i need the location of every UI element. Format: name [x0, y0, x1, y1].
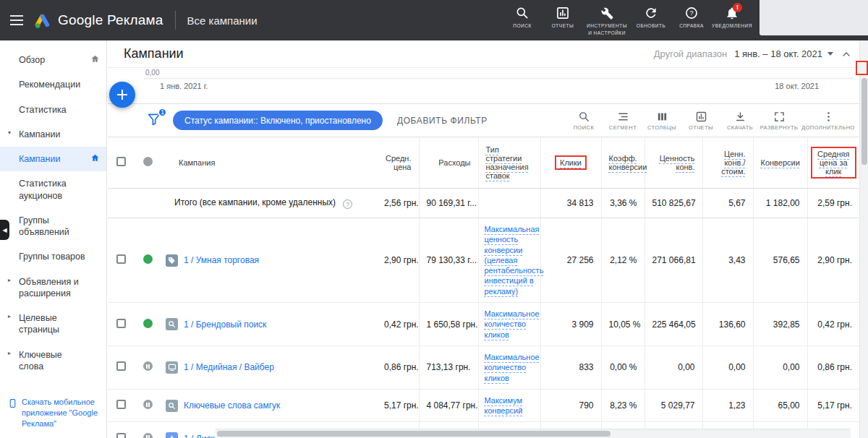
row-checkbox[interactable]: [116, 433, 126, 438]
select-all-checkbox[interactable]: [116, 157, 126, 166]
download-mobile-app-link[interactable]: Скачать мобильное приложение "Google Рек…: [0, 397, 106, 429]
google-ads-logo[interactable]: Google Реклама: [33, 12, 163, 29]
more-options-button[interactable]: ДОПОЛНИТЕЛЬНО: [799, 108, 858, 134]
sidebar-nav: Обзор Рекомендации Статистика ▾ Кампании…: [0, 40, 107, 438]
conv-value-cell: 0,00: [644, 345, 702, 389]
sidebar-item-campaigns[interactable]: Кампании: [0, 147, 106, 171]
topbar-help-button[interactable]: ? СПРАВКА: [671, 1, 712, 33]
account-area[interactable]: [760, 0, 868, 35]
expand-button[interactable]: РАЗВЕРНУТЬ: [760, 108, 799, 134]
sidebar-item-product-groups[interactable]: Группы товаров: [0, 244, 106, 269]
sidebar-collapse-handle[interactable]: ◀: [0, 220, 9, 240]
add-filter-button[interactable]: ДОБАВИТЬ ФИЛЬТР: [397, 116, 488, 126]
campaign-name-link[interactable]: 1 / Медийная / Вайбер: [184, 362, 274, 372]
plus-icon: [117, 90, 127, 100]
campaign-status-icon[interactable]: [143, 361, 153, 371]
table-row: Ключевые слова самгук 5,17 грн. 4 084,77…: [108, 389, 859, 422]
cost-cell: 79 130,33 г...: [419, 218, 478, 303]
status-column-icon[interactable]: [143, 157, 153, 166]
avg-price-cell: 0,86 грн.: [377, 345, 419, 389]
topbar-notifications-button[interactable]: УВЕДОМЛЕНИЯ !: [712, 1, 752, 33]
expand-icon: [773, 111, 786, 123]
avg-price-cell: 5,17 грн.: [377, 389, 419, 422]
row-checkbox[interactable]: [116, 319, 126, 328]
topbar-tools-button[interactable]: ИНСТРУМЕНТЫ И НАСТРОЙКИ: [583, 1, 631, 40]
home-icon: [90, 153, 100, 163]
sidebar-item-auction-insights[interactable]: Статистика аукционов: [0, 171, 106, 208]
column-header-conversions[interactable]: Конверсии: [761, 158, 800, 167]
totals-value-per-cost: 5,67: [702, 188, 753, 218]
totals-row: Итого (все кампании, кроме удаленных) ? …: [108, 188, 859, 218]
download-button[interactable]: СКАЧАТЬ: [720, 108, 760, 134]
campaign-type-icon: [166, 361, 178, 374]
column-header-clicks[interactable]: Клики: [560, 158, 582, 167]
column-header-bid-strategy[interactable]: Тип стратегии назначения ставок: [486, 145, 529, 180]
campaign-name-link[interactable]: 1 / Умная торговая: [184, 255, 259, 265]
avg-price-cell: 0,42 грн.: [377, 303, 419, 346]
row-checkbox[interactable]: [116, 254, 126, 264]
columns-button[interactable]: СТОЛБЦЫ: [642, 108, 681, 134]
campaign-status-icon[interactable]: [143, 400, 153, 409]
menu-icon[interactable]: [0, 0, 33, 40]
avg-price-cell: 2,90 грн.: [377, 218, 419, 303]
sidebar-item-recommendations[interactable]: Рекомендации: [0, 72, 106, 97]
reports-button[interactable]: ОТЧЕТЫ: [681, 108, 720, 134]
totals-conv-value: 510 825,67: [644, 188, 702, 218]
chart-axis-line: [144, 78, 854, 79]
clicks-cell: 3 909: [540, 303, 601, 346]
sidebar-item-insights[interactable]: Статистика: [0, 98, 106, 122]
segment-icon: [617, 111, 629, 123]
bid-strategy-cell[interactable]: Максимальное количество кликов: [478, 345, 540, 389]
totals-avg-cpc: 2,59 грн.: [807, 188, 859, 218]
topbar-actions: ПОИСК ОТЧЕТЫ ИНСТРУМЕНТЫ И НАСТРОЙКИ ОБН…: [502, 1, 752, 40]
horizontal-scrollbar-thumb[interactable]: [217, 431, 610, 437]
filter-funnel[interactable]: 1: [147, 112, 164, 129]
bid-strategy-cell[interactable]: Максимум конверсий: [478, 389, 540, 422]
bid-strategy-cell[interactable]: Максимальная ценность конверсии (целевая…: [478, 218, 540, 303]
topbar-refresh-button[interactable]: ОБНОВИТЬ: [631, 1, 671, 33]
sidebar-section-keywords[interactable]: ▸ Ключевые слова: [0, 343, 106, 379]
sidebar-section-landing-pages[interactable]: ▸ Целевые страницы: [0, 306, 106, 343]
date-range-picker[interactable]: 1 янв. – 18 окт. 2021: [734, 48, 833, 59]
column-header-campaign[interactable]: Кампания: [179, 158, 215, 167]
new-campaign-button[interactable]: [109, 82, 135, 108]
collapse-chart-icon[interactable]: [841, 48, 852, 60]
clicks-cell: 790: [540, 389, 601, 422]
campaign-name-link[interactable]: 1 / Брендовый поиск: [184, 319, 266, 330]
column-header-value-per-cost[interactable]: Ценн. конв./стоим.: [721, 150, 745, 176]
column-header-conv-value[interactable]: Ценность конв.: [660, 154, 695, 171]
topbar-search-button[interactable]: ПОИСК: [502, 1, 542, 33]
campaign-status-filter-chip[interactable]: Статус кампании:: Включено, приостановле…: [173, 111, 383, 130]
campaign-status-icon[interactable]: [143, 254, 153, 264]
row-checkbox[interactable]: [116, 361, 126, 371]
campaign-status-icon[interactable]: [143, 433, 153, 438]
sidebar-item-overview[interactable]: Обзор: [0, 48, 106, 72]
avg-cpc-cell: 0,42 грн.: [807, 303, 859, 346]
help-icon[interactable]: ?: [343, 199, 352, 209]
performance-chart[interactable]: 0,00 1 янв. 2021 г. 18 окт. 2021: [108, 68, 859, 104]
sidebar-item-ad-groups[interactable]: Группы объявлений: [0, 208, 106, 245]
row-checkbox[interactable]: [116, 400, 126, 409]
bid-strategy-cell[interactable]: Максимальное количество кликов: [478, 303, 540, 346]
conversions-cell: 0,00: [753, 345, 807, 389]
help-icon: ?: [684, 6, 699, 20]
table-search-button[interactable]: ПОИСК: [564, 108, 603, 134]
campaign-status-icon[interactable]: [143, 319, 153, 328]
search-icon: [578, 111, 590, 123]
chart-start-date: 1 янв. 2021 г.: [160, 82, 208, 90]
avg-cpc-cell: 5,17 грн.: [807, 389, 859, 422]
column-header-cost[interactable]: Расходы: [438, 158, 470, 167]
vertical-scrollbar[interactable]: [859, 40, 868, 438]
vertical-scrollbar-thumb[interactable]: [861, 78, 867, 165]
conv-rate-cell: 0,00 %: [601, 345, 644, 389]
column-header-avg-cpc[interactable]: Средняя цена за клик: [817, 150, 849, 176]
column-header-conv-rate[interactable]: Коэфф. конверсии: [609, 154, 647, 171]
campaigns-table: Кампания Средн. цена Расходы Тип стратег…: [108, 137, 859, 438]
campaign-name-link[interactable]: Ключевые слова самгук: [184, 400, 280, 411]
horizontal-scrollbar[interactable]: [216, 429, 851, 438]
segment-button[interactable]: СЕГМЕНТ: [603, 108, 642, 134]
topbar-reports-button[interactable]: ОТЧЕТЫ: [542, 1, 583, 33]
sidebar-section-ads-extensions[interactable]: ▸ Объявления и расширения: [0, 270, 106, 306]
sidebar-section-campaigns[interactable]: ▾ Кампании: [0, 122, 106, 147]
column-header-avg-price[interactable]: Средн. цена: [386, 154, 412, 171]
